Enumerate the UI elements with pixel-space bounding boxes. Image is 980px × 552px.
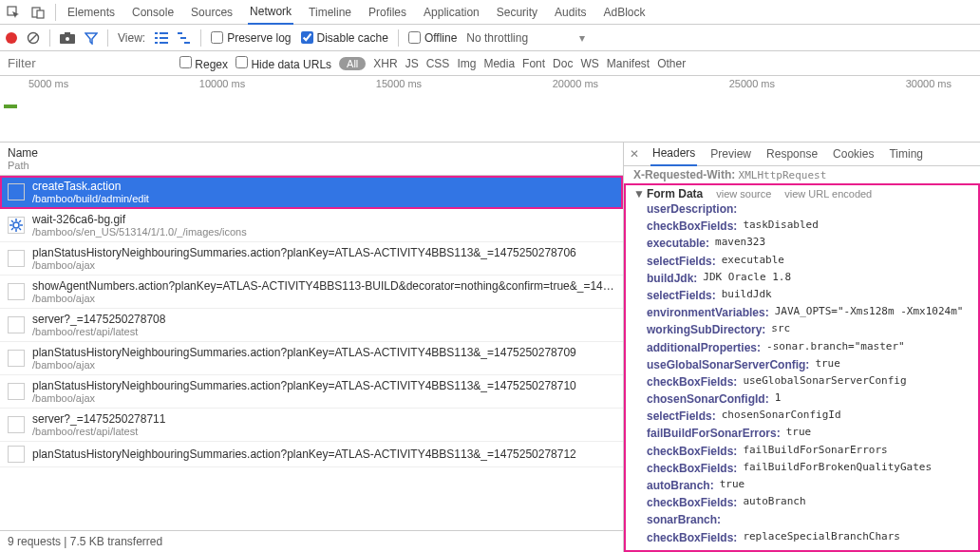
devtools-topbar: Elements Console Sources Network Timelin… <box>0 0 980 25</box>
form-data-list: userDescription:checkBoxFields:taskDisab… <box>633 200 971 552</box>
form-data-row: workingSubDirectory:src <box>633 321 971 338</box>
form-data-value: taskDisabled <box>743 219 818 234</box>
header-key: X-Requested-With: <box>633 168 735 181</box>
filter-font[interactable]: Font <box>522 57 545 70</box>
filter-img[interactable]: Img <box>457 57 476 70</box>
tab-security[interactable]: Security <box>495 0 539 25</box>
tab-profiles[interactable]: Profiles <box>367 0 408 25</box>
close-icon[interactable]: ✕ <box>630 147 639 161</box>
inspect-icon[interactable] <box>6 5 21 20</box>
view-url-encoded-link[interactable]: view URL encoded <box>784 188 872 200</box>
details-tab-cookies[interactable]: Cookies <box>831 143 876 166</box>
details-tab-timing[interactable]: Timing <box>887 143 925 166</box>
request-list[interactable]: createTask.action/bamboo/build/admin/edi… <box>0 176 623 530</box>
svg-line-25 <box>19 220 21 222</box>
form-data-value: JDK Oracle 1.8 <box>703 271 791 286</box>
form-data-row: additionalProperties:-sonar.branch="mast… <box>633 339 971 356</box>
form-data-row: checkBoxFields:taskDisabled <box>633 218 971 235</box>
request-path: /bamboo/ajax <box>32 359 576 371</box>
form-data-key: autoBranch: <box>647 478 714 493</box>
filter-doc[interactable]: Doc <box>553 57 573 70</box>
request-row[interactable]: planStatusHistoryNeighbouringSummaries.a… <box>0 242 623 276</box>
filter-xhr[interactable]: XHR <box>373 57 397 70</box>
form-data-key: failBuildForSonarErrors: <box>647 426 781 441</box>
tab-console[interactable]: Console <box>130 0 176 25</box>
request-name: planStatusHistoryNeighbouringSummaries.a… <box>32 346 576 359</box>
clear-icon[interactable] <box>27 31 40 45</box>
filter-all[interactable]: All <box>339 57 366 70</box>
details-tab-response[interactable]: Response <box>764 143 820 166</box>
waterfall-view-icon[interactable] <box>178 32 191 44</box>
form-data-value: _ <box>831 547 838 552</box>
form-data-key: selectFields: <box>647 288 716 303</box>
tab-timeline[interactable]: Timeline <box>307 0 353 25</box>
regex-checkbox[interactable]: Regex <box>179 56 228 71</box>
file-icon <box>8 183 25 200</box>
filter-js[interactable]: JS <box>405 57 419 70</box>
view-source-link[interactable]: view source <box>716 188 771 200</box>
capture-screenshot-icon[interactable] <box>60 32 75 44</box>
filter-manifest[interactable]: Manifest <box>607 57 650 70</box>
record-button[interactable] <box>6 32 17 44</box>
column-path: Path <box>8 160 615 171</box>
request-row[interactable]: server?_=1475250278708/bamboo/rest/api/l… <box>0 309 623 342</box>
request-name: createTask.action <box>32 180 149 193</box>
form-data-section: ▼Form Data view source view URL encoded … <box>624 185 980 552</box>
form-data-value: executable <box>722 254 784 269</box>
svg-rect-16 <box>184 42 190 44</box>
file-icon <box>8 350 25 367</box>
request-row[interactable]: server?_=1475250278711/bamboo/rest/api/l… <box>0 409 623 442</box>
request-list-header[interactable]: Name Path <box>0 143 623 176</box>
request-row[interactable]: planStatusHistoryNeighbouringSummaries.a… <box>0 442 623 467</box>
form-data-row: userDescription: <box>633 200 971 218</box>
form-data-value: buildJdk <box>722 288 772 303</box>
form-data-row: selectFields:buildJdk <box>633 287 971 304</box>
network-main: Name Path createTask.action/bamboo/build… <box>0 143 980 552</box>
filter-other[interactable]: Other <box>657 57 686 70</box>
request-row[interactable]: planStatusHistoryNeighbouringSummaries.a… <box>0 342 623 375</box>
tab-sources[interactable]: Sources <box>189 0 235 25</box>
details-tab-preview[interactable]: Preview <box>708 143 753 166</box>
tab-network[interactable]: Network <box>248 0 293 25</box>
tab-audits[interactable]: Audits <box>553 0 588 25</box>
device-mode-icon[interactable] <box>30 5 46 20</box>
disable-cache-checkbox[interactable]: Disable cache <box>301 31 388 45</box>
svg-line-24 <box>11 228 13 230</box>
filter-icon[interactable] <box>85 31 98 45</box>
form-data-key: checkBoxFields: <box>647 374 737 390</box>
svg-rect-12 <box>155 42 158 44</box>
tab-adblock[interactable]: AdBlock <box>601 0 647 25</box>
offline-checkbox[interactable]: Offline <box>408 31 457 45</box>
request-row[interactable]: planStatusHistoryNeighbouringSummaries.a… <box>0 375 623 409</box>
form-data-title[interactable]: ▼Form Data view source view URL encoded <box>633 187 971 200</box>
form-data-key: buildJdk: <box>647 271 697 286</box>
tab-application[interactable]: Application <box>422 0 481 25</box>
large-rows-icon[interactable] <box>155 32 168 44</box>
filter-bar: Regex Hide data URLs All XHR JS CSS Img … <box>0 51 980 76</box>
request-row[interactable]: wait-326ca6-bg.gif/bamboo/s/en_US/51314/… <box>0 209 623 242</box>
form-data-row: failBuildForSonarErrors:true <box>633 425 971 442</box>
form-data-value: failBuildForSonarErrors <box>743 444 887 459</box>
request-row[interactable]: showAgentNumbers.action?planKey=ATLAS-AC… <box>0 276 623 309</box>
request-row[interactable]: createTask.action/bamboo/build/admin/edi… <box>0 176 623 209</box>
form-data-value: failBuildForBrokenQualityGates <box>743 461 932 476</box>
filter-media[interactable]: Media <box>483 57 515 70</box>
svg-rect-15 <box>180 37 186 39</box>
filter-ws[interactable]: WS <box>580 57 598 70</box>
filter-input[interactable] <box>4 54 172 72</box>
tab-elements[interactable]: Elements <box>66 0 117 25</box>
request-path: /bamboo/s/en_US/51314/1/1.0/_/images/ico… <box>32 226 247 238</box>
svg-rect-10 <box>155 37 158 39</box>
file-icon <box>8 383 25 400</box>
hide-data-urls-checkbox[interactable]: Hide data URLs <box>236 56 331 71</box>
separator <box>107 29 108 47</box>
column-name: Name <box>8 146 615 160</box>
network-timeline[interactable]: 5000 ms 10000 ms 15000 ms 20000 ms 25000… <box>0 76 980 143</box>
details-tab-headers[interactable]: Headers <box>650 143 697 166</box>
preserve-log-checkbox[interactable]: Preserve log <box>211 31 291 45</box>
details-body[interactable]: ▼Form Data view source view URL encoded … <box>624 183 980 552</box>
filter-css[interactable]: CSS <box>426 57 450 70</box>
form-data-key: checkBoxFields: <box>647 444 737 459</box>
throttle-select[interactable]: No throttling ▾ <box>466 31 585 45</box>
request-name: wait-326ca6-bg.gif <box>32 213 247 226</box>
